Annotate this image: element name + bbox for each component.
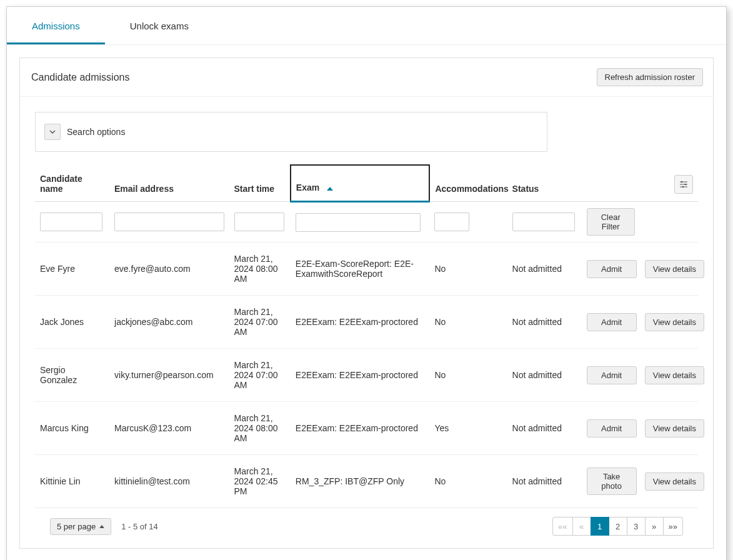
cell-status: Not admitted	[507, 455, 582, 508]
view-details-button[interactable]: View details	[645, 313, 704, 331]
filter-status-input[interactable]	[512, 212, 575, 231]
tab-admissions[interactable]: Admissions	[7, 7, 105, 44]
col-start-time[interactable]: Start time	[229, 165, 291, 202]
search-options-label: Search options	[67, 127, 125, 137]
chevron-down-icon[interactable]	[44, 124, 61, 140]
column-settings-button[interactable]	[674, 175, 693, 194]
cell-name: Kittinie Lin	[35, 455, 109, 508]
cell-email: kittinielin@test.com	[109, 455, 229, 508]
col-exam[interactable]: Exam	[291, 165, 430, 202]
cell-start: March 21, 2024 02:45 PM	[229, 455, 291, 508]
cell-status: Not admitted	[507, 402, 582, 455]
per-page-label: 5 per page	[57, 522, 96, 531]
pagination-bar: 5 per page 1 - 5 of 14 «««123»»»	[35, 508, 698, 536]
cell-status: Not admitted	[507, 296, 582, 349]
cell-start: March 21, 2024 08:00 AM	[229, 402, 291, 455]
cell-status: Not admitted	[507, 242, 582, 296]
cell-exam: E2EExam: E2EExam-proctored	[291, 349, 430, 402]
page-2-button[interactable]: 2	[609, 517, 627, 536]
cell-name: Marcus King	[35, 402, 109, 455]
col-status[interactable]: Status	[507, 165, 582, 202]
admissions-table: Candidate name Email address Start time …	[35, 164, 698, 508]
cell-start: March 21, 2024 08:00 AM	[229, 242, 291, 296]
cell-email: viky.turner@pearson.com	[109, 349, 229, 402]
view-details-button[interactable]: View details	[645, 366, 704, 384]
range-text: 1 - 5 of 14	[121, 522, 158, 531]
filter-start-input[interactable]	[234, 212, 284, 231]
page-next-button[interactable]: »	[645, 517, 664, 536]
cell-accom: No	[429, 296, 507, 349]
cell-accom: Yes	[429, 402, 507, 455]
caret-up-icon	[99, 525, 104, 528]
per-page-selector[interactable]: 5 per page	[50, 518, 111, 535]
tab-unlock-exams[interactable]: Unlock exams	[105, 7, 214, 44]
page-last-button[interactable]: »»	[663, 517, 683, 536]
cell-exam: E2EExam: E2EExam-proctored	[291, 296, 430, 349]
col-email[interactable]: Email address	[109, 165, 229, 202]
filter-email-input[interactable]	[114, 212, 224, 231]
cell-name: Jack Jones	[35, 296, 109, 349]
cell-email: MarcusK@123.com	[109, 402, 229, 455]
panel-title: Candidate admissions	[31, 72, 129, 83]
search-options[interactable]: Search options	[35, 112, 547, 152]
table-row: Marcus KingMarcusK@123.comMarch 21, 2024…	[35, 402, 698, 455]
view-details-button[interactable]: View details	[645, 260, 704, 278]
refresh-roster-button[interactable]: Refresh admission roster	[597, 68, 704, 86]
cell-accom: No	[429, 455, 507, 508]
page-1-button[interactable]: 1	[591, 517, 609, 536]
app-frame: Admissions Unlock exams Candidate admiss…	[6, 6, 727, 560]
table-row: Kittinie Linkittinielin@test.comMarch 21…	[35, 455, 698, 508]
cell-name: Sergio Gonzalez	[35, 349, 109, 402]
sort-asc-icon	[327, 183, 333, 193]
panel-header: Candidate admissions Refresh admission r…	[20, 58, 713, 97]
cell-start: March 21, 2024 07:00 AM	[229, 349, 291, 402]
page-first-button: ««	[552, 517, 572, 536]
page-3-button[interactable]: 3	[627, 517, 646, 536]
cell-accom: No	[429, 242, 507, 296]
filter-accom-input[interactable]	[434, 212, 469, 231]
filter-name-input[interactable]	[40, 212, 102, 231]
row-action-button[interactable]: Admit	[587, 419, 637, 438]
row-action-button[interactable]: Take photo	[587, 468, 637, 495]
cell-email: jackjones@abc.com	[109, 296, 229, 349]
view-details-button[interactable]: View details	[645, 472, 704, 491]
view-details-button[interactable]: View details	[645, 419, 704, 438]
row-action-button[interactable]: Admit	[587, 260, 637, 278]
cell-accom: No	[429, 349, 507, 402]
cell-status: Not admitted	[507, 349, 582, 402]
candidate-admissions-panel: Candidate admissions Refresh admission r…	[19, 58, 714, 549]
table-row: Sergio Gonzalezviky.turner@pearson.comMa…	[35, 349, 698, 402]
cell-email: eve.fyre@auto.com	[109, 242, 229, 296]
page-prev-button: «	[572, 517, 591, 536]
main-tabs: Admissions Unlock exams	[7, 7, 726, 45]
cell-exam: E2EExam: E2EExam-proctored	[291, 402, 430, 455]
cell-name: Eve Fyre	[35, 242, 109, 296]
col-exam-label: Exam	[296, 182, 319, 192]
row-action-button[interactable]: Admit	[587, 313, 637, 331]
cell-exam: E2E-Exam-ScoreReport: E2E-ExamwithScoreR…	[291, 242, 430, 296]
filter-exam-input[interactable]	[296, 213, 421, 232]
cell-exam: RM_3_ZFP: IBT@ZFP Only	[291, 455, 430, 508]
col-candidate-name[interactable]: Candidate name	[35, 165, 109, 202]
col-accommodations[interactable]: Accommodations	[429, 165, 507, 202]
table-row: Eve Fyreeve.fyre@auto.comMarch 21, 2024 …	[35, 242, 698, 296]
row-action-button[interactable]: Admit	[587, 366, 637, 384]
clear-filter-button[interactable]: Clear Filter	[587, 208, 635, 236]
cell-start: March 21, 2024 07:00 AM	[229, 296, 291, 349]
table-row: Jack Jonesjackjones@abc.comMarch 21, 202…	[35, 296, 698, 349]
